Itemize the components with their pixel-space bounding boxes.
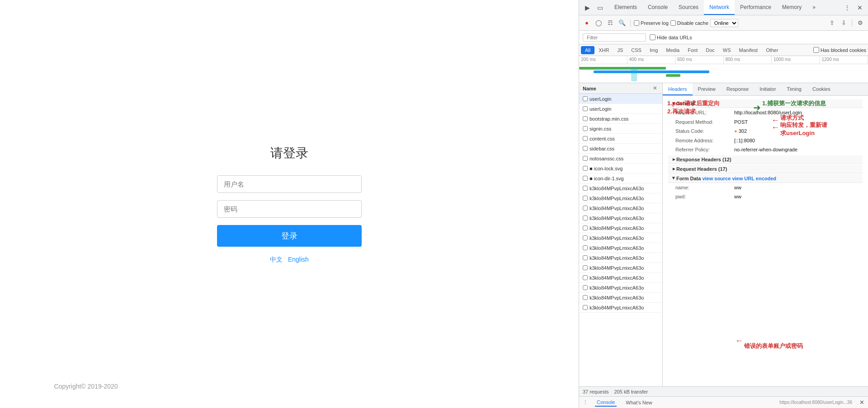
more-icon[interactable]: ⋮ bbox=[842, 2, 853, 13]
request-item-8[interactable]: ■ icon-dir-1.svg bbox=[579, 174, 662, 183]
request-item-21[interactable]: k3klo84MPvpLmixcA63o bbox=[579, 303, 662, 313]
request-item-0[interactable]: userLogin bbox=[579, 94, 662, 104]
request-item-17[interactable]: k3klo84MPvpLmixcA63o bbox=[579, 263, 662, 273]
detail-tab-timing[interactable]: Timing bbox=[781, 83, 807, 95]
request-item-3[interactable]: signin.css bbox=[579, 124, 662, 134]
request-item-2[interactable]: bootstrap.min.css bbox=[579, 114, 662, 124]
device-icon[interactable]: ▭ bbox=[594, 2, 605, 13]
request-headers-title[interactable]: ► Request Headers (17) bbox=[668, 165, 863, 174]
search-button[interactable]: 🔍 bbox=[617, 18, 627, 28]
type-tab-font[interactable]: Font bbox=[684, 46, 702, 54]
req-checkbox-1[interactable] bbox=[583, 106, 588, 111]
request-item-10[interactable]: k3klo84MPvpLmixcA63o bbox=[579, 193, 662, 203]
record-button[interactable]: ● bbox=[582, 18, 592, 28]
filter-input[interactable] bbox=[583, 33, 646, 42]
preserve-log-label[interactable]: Preserve log bbox=[634, 20, 669, 26]
req-checkbox-6[interactable] bbox=[583, 156, 588, 161]
type-tab-css[interactable]: CSS bbox=[627, 46, 646, 54]
whats-new-tab[interactable]: What's New bbox=[624, 399, 654, 406]
tab-network[interactable]: Network bbox=[704, 0, 735, 15]
type-tab-img[interactable]: Img bbox=[646, 46, 662, 54]
settings-icon[interactable]: ⚙ bbox=[855, 18, 865, 28]
close-devtools-icon[interactable]: ✕ bbox=[854, 2, 865, 13]
req-checkbox-21[interactable] bbox=[583, 305, 588, 310]
tab-more[interactable]: » bbox=[807, 0, 821, 15]
detail-tab-response[interactable]: Response bbox=[721, 83, 755, 95]
request-item-1[interactable]: userLogin bbox=[579, 104, 662, 114]
request-item-12[interactable]: k3klo84MPvpLmixcA63o bbox=[579, 213, 662, 223]
type-tab-other[interactable]: Other bbox=[762, 46, 783, 54]
request-item-6[interactable]: notosanssc.css bbox=[579, 154, 662, 164]
request-item-18[interactable]: k3klo84MPvpLmixcA63o bbox=[579, 273, 662, 283]
console-tab[interactable]: Console bbox=[595, 399, 617, 407]
req-checkbox-15[interactable] bbox=[583, 245, 588, 250]
req-checkbox-5[interactable] bbox=[583, 146, 588, 151]
general-section-title[interactable]: ► General bbox=[668, 99, 863, 108]
request-item-9[interactable]: k3klo84MPvpLmixcA63o bbox=[579, 183, 662, 193]
req-checkbox-16[interactable] bbox=[583, 255, 588, 260]
req-checkbox-17[interactable] bbox=[583, 265, 588, 270]
tab-sources[interactable]: Sources bbox=[673, 0, 704, 15]
form-data-header[interactable]: ► Form Data view source view URL encoded bbox=[668, 174, 863, 183]
request-item-13[interactable]: k3klo84MPvpLmixcA63o bbox=[579, 223, 662, 233]
username-input[interactable] bbox=[217, 175, 362, 193]
clear-button[interactable]: ◯ bbox=[594, 18, 604, 28]
lang-zh[interactable]: 中文 bbox=[270, 256, 283, 263]
type-tab-doc[interactable]: Doc bbox=[702, 46, 719, 54]
disable-cache-checkbox[interactable] bbox=[670, 20, 676, 26]
type-tab-all[interactable]: All bbox=[581, 46, 594, 54]
req-checkbox-12[interactable] bbox=[583, 216, 588, 220]
request-item-14[interactable]: k3klo84MPvpLmixcA63o bbox=[579, 233, 662, 243]
inspect-icon[interactable]: ▶ bbox=[582, 2, 593, 13]
type-tab-ws[interactable]: WS bbox=[719, 46, 735, 54]
type-tab-manifest[interactable]: Manifest bbox=[735, 46, 762, 54]
detail-tab-cookies[interactable]: Cookies bbox=[807, 83, 836, 95]
detail-tab-headers[interactable]: Headers bbox=[663, 83, 693, 95]
hide-data-checkbox[interactable] bbox=[650, 34, 656, 40]
close-x[interactable]: ✕ bbox=[653, 85, 657, 91]
type-tab-media[interactable]: Media bbox=[662, 46, 684, 54]
request-item-4[interactable]: content.css bbox=[579, 134, 662, 144]
filter-icon[interactable]: ☶ bbox=[605, 18, 615, 28]
req-checkbox-11[interactable] bbox=[583, 206, 588, 211]
hide-data-label[interactable]: Hide data URLs bbox=[650, 34, 692, 40]
password-input[interactable] bbox=[217, 200, 362, 218]
req-checkbox-20[interactable] bbox=[583, 295, 588, 300]
request-item-20[interactable]: k3klo84MPvpLmixcA63o bbox=[579, 293, 662, 303]
req-checkbox-9[interactable] bbox=[583, 186, 588, 191]
export-icon[interactable]: ⇩ bbox=[839, 18, 849, 28]
tab-elements[interactable]: Elements bbox=[609, 0, 642, 15]
login-button[interactable]: 登录 bbox=[217, 225, 362, 247]
req-checkbox-18[interactable] bbox=[583, 275, 588, 280]
tab-performance[interactable]: Performance bbox=[735, 0, 777, 15]
req-checkbox-10[interactable] bbox=[583, 196, 588, 201]
lang-en[interactable]: English bbox=[288, 256, 309, 263]
req-checkbox-0[interactable] bbox=[583, 96, 588, 101]
import-icon[interactable]: ⇧ bbox=[827, 18, 837, 28]
req-checkbox-19[interactable] bbox=[583, 285, 588, 290]
req-checkbox-13[interactable] bbox=[583, 225, 588, 230]
type-tab-js[interactable]: JS bbox=[613, 46, 627, 54]
req-checkbox-4[interactable] bbox=[583, 136, 588, 141]
blocked-checkbox[interactable] bbox=[813, 47, 819, 53]
request-item-15[interactable]: k3klo84MPvpLmixcA63o bbox=[579, 243, 662, 253]
request-item-7[interactable]: ■ icon-lock.svg bbox=[579, 164, 662, 174]
view-source-link[interactable]: view source bbox=[702, 176, 731, 181]
detail-tab-preview[interactable]: Preview bbox=[693, 83, 721, 95]
req-checkbox-7[interactable] bbox=[583, 166, 588, 171]
type-tab-xhr[interactable]: XHR bbox=[594, 46, 613, 54]
disable-cache-label[interactable]: Disable cache bbox=[670, 20, 708, 26]
response-headers-title[interactable]: ► Response Headers (12) bbox=[668, 155, 863, 164]
view-url-encoded-link[interactable]: view URL encoded bbox=[732, 176, 776, 181]
tab-console[interactable]: Console bbox=[642, 0, 673, 15]
req-checkbox-14[interactable] bbox=[583, 235, 588, 240]
request-item-5[interactable]: sidebar.css bbox=[579, 144, 662, 154]
req-checkbox-2[interactable] bbox=[583, 116, 588, 121]
tab-memory[interactable]: Memory bbox=[777, 0, 807, 15]
request-item-11[interactable]: k3klo84MPvpLmixcA63o bbox=[579, 203, 662, 213]
preserve-log-checkbox[interactable] bbox=[634, 20, 639, 26]
throttle-select[interactable]: Online bbox=[710, 19, 738, 27]
req-checkbox-8[interactable] bbox=[583, 176, 588, 181]
request-item-19[interactable]: k3klo84MPvpLmixcA63o bbox=[579, 283, 662, 293]
detail-tab-initiator[interactable]: Initiator bbox=[754, 83, 781, 95]
